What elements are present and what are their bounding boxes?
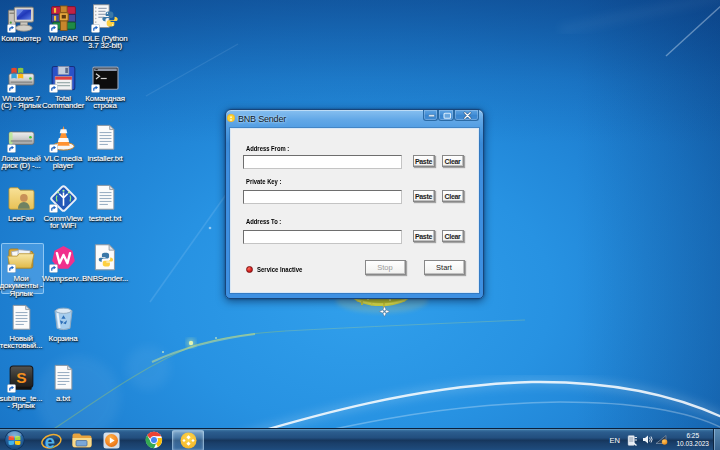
svg-text:S: S bbox=[16, 369, 26, 386]
svg-text:e: e bbox=[45, 431, 55, 450]
